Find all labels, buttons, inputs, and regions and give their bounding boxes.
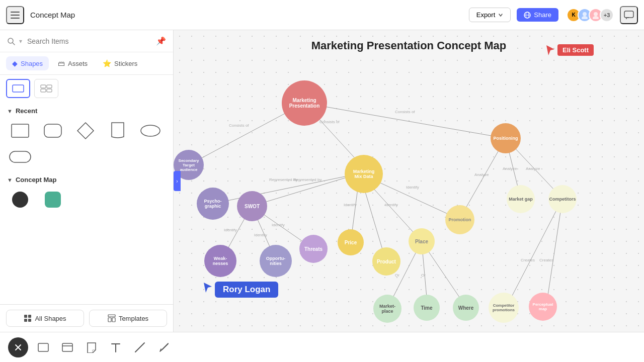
share-button[interactable]: Share — [517, 8, 558, 22]
svg-rect-0 — [11, 12, 20, 13]
canvas[interactable]: Marketing Presentation Concept Map Consi… — [174, 30, 644, 332]
svg-marker-20 — [77, 123, 94, 139]
hamburger-icon — [11, 12, 20, 19]
menu-button[interactable] — [6, 6, 24, 24]
rect-icon — [12, 84, 24, 93]
shape-rounded-rect[interactable] — [40, 120, 66, 142]
svg-text:Identify: Identify — [385, 203, 398, 207]
shapes-grid-icon — [40, 84, 52, 93]
node-marketing-presentation[interactable]: MarketingPresentation — [282, 80, 327, 126]
svg-rect-28 — [108, 318, 111, 322]
shape-tabs: ◆ Shapes 🗃 Assets ⭐ Stickers — [0, 52, 173, 75]
svg-line-34 — [304, 103, 506, 138]
shape-oval[interactable] — [137, 120, 164, 142]
templates-button[interactable]: Templates — [89, 310, 167, 327]
node-positioning[interactable]: Positioning — [491, 123, 521, 153]
node-time[interactable]: Time — [414, 295, 440, 321]
tool-draw[interactable] — [155, 338, 173, 356]
node-psychographic[interactable]: Psycho-graphic — [197, 188, 229, 220]
svg-marker-68 — [546, 45, 554, 55]
svg-rect-24 — [28, 315, 31, 318]
node-swot[interactable]: SWOT — [237, 191, 267, 221]
shape-rect[interactable] — [7, 120, 33, 142]
tab-assets[interactable]: 🗃 Assets — [52, 56, 94, 70]
concept-circle-teal[interactable] — [40, 189, 66, 211]
svg-rect-17 — [47, 89, 52, 92]
globe-icon — [524, 12, 531, 19]
assets-icon: 🗃 — [58, 59, 65, 67]
close-button[interactable] — [8, 337, 28, 357]
shapes-diamond-icon: ◆ — [12, 59, 18, 67]
tool-card[interactable] — [58, 338, 76, 356]
shape-stadium[interactable] — [7, 146, 33, 168]
templates-icon — [108, 314, 116, 322]
note-tool-icon — [87, 342, 97, 353]
concept-map-section-header[interactable]: ▼ Concept Map — [7, 176, 166, 184]
svg-rect-23 — [24, 315, 27, 318]
svg-text:Or: Or — [421, 273, 426, 278]
sidebar-expand-tab[interactable]: › — [174, 171, 181, 191]
node-price[interactable]: Price — [338, 229, 364, 255]
svg-point-8 — [594, 12, 598, 16]
concept-circle-dark[interactable] — [7, 189, 33, 211]
node-market-gap[interactable]: Market gap — [507, 185, 535, 213]
svg-rect-29 — [112, 318, 115, 322]
node-threats[interactable]: Threats — [299, 235, 328, 263]
shape-sub-tab-2[interactable] — [34, 79, 58, 98]
svg-rect-2 — [11, 18, 20, 19]
tool-note[interactable] — [83, 338, 101, 356]
chevron-down-icon — [498, 13, 503, 18]
node-marketplace[interactable]: Market-place — [373, 295, 401, 323]
svg-rect-14 — [41, 85, 46, 88]
svg-text:Consists of: Consists of — [229, 123, 249, 128]
svg-rect-15 — [47, 85, 52, 88]
node-weaknesses[interactable]: Weak-nesses — [204, 245, 236, 277]
sidebar: ▾ 📌 ◆ Shapes 🗃 Assets ⭐ Stickers — [0, 30, 174, 332]
x-icon — [14, 343, 22, 351]
svg-text:Analyze: Analyze — [503, 166, 517, 171]
export-button[interactable]: Export — [469, 8, 511, 22]
recent-shapes-grid — [7, 120, 166, 168]
node-opportunities[interactable]: Opportu-nities — [260, 245, 292, 277]
svg-rect-18 — [12, 124, 29, 137]
line-tool-icon — [134, 342, 145, 353]
teal-rounded — [45, 192, 61, 208]
tool-text[interactable] — [107, 338, 125, 356]
node-promotion[interactable]: Promotion — [445, 205, 474, 234]
node-marketing-mix[interactable]: MarketingMix Data — [345, 155, 383, 193]
svg-text:Identify: Identify — [344, 203, 357, 207]
tool-line[interactable] — [131, 338, 149, 356]
shape-diamond[interactable] — [72, 120, 99, 142]
node-product[interactable]: Product — [372, 247, 400, 276]
dark-circle — [12, 192, 28, 208]
pin-icon[interactable]: 📌 — [156, 36, 166, 46]
node-where[interactable]: Where — [453, 295, 479, 321]
tool-rectangle[interactable] — [34, 338, 52, 356]
svg-text:Consists of: Consists of — [395, 110, 415, 114]
avatar-group: K +3 — [567, 8, 614, 22]
shape-sub-tab-1[interactable] — [6, 79, 30, 98]
svg-text:Analyze: Analyze — [474, 172, 489, 177]
shape-document[interactable] — [105, 120, 131, 142]
svg-text:Identify: Identify — [406, 185, 419, 190]
node-competitors[interactable]: Competitors — [548, 185, 577, 213]
cursor-rory: Rory Logan — [203, 282, 278, 298]
recent-section-header[interactable]: ▼ Recent — [7, 107, 166, 115]
svg-point-21 — [141, 125, 160, 136]
svg-text:Identify: Identify — [254, 233, 267, 237]
concept-map-shapes-grid — [7, 189, 166, 211]
doc-title: Concept Map — [30, 11, 463, 19]
node-place[interactable]: Place — [409, 228, 435, 254]
cursor-eli: Eli Scott — [545, 44, 594, 56]
svg-line-79 — [135, 343, 144, 352]
svg-rect-22 — [10, 151, 31, 162]
chat-button[interactable] — [620, 6, 638, 24]
tab-stickers[interactable]: ⭐ Stickers — [97, 56, 143, 70]
svg-line-64 — [506, 199, 562, 308]
search-input[interactable] — [27, 37, 152, 45]
sidebar-bottom-bar: All Shapes Templates — [0, 304, 173, 332]
tab-shapes[interactable]: ◆ Shapes — [6, 56, 49, 70]
node-perceptual-map[interactable]: Perceptualmap — [529, 293, 557, 321]
node-competitor-promotions[interactable]: Competitorpromotions — [489, 293, 519, 323]
all-shapes-button[interactable]: All Shapes — [6, 310, 84, 327]
